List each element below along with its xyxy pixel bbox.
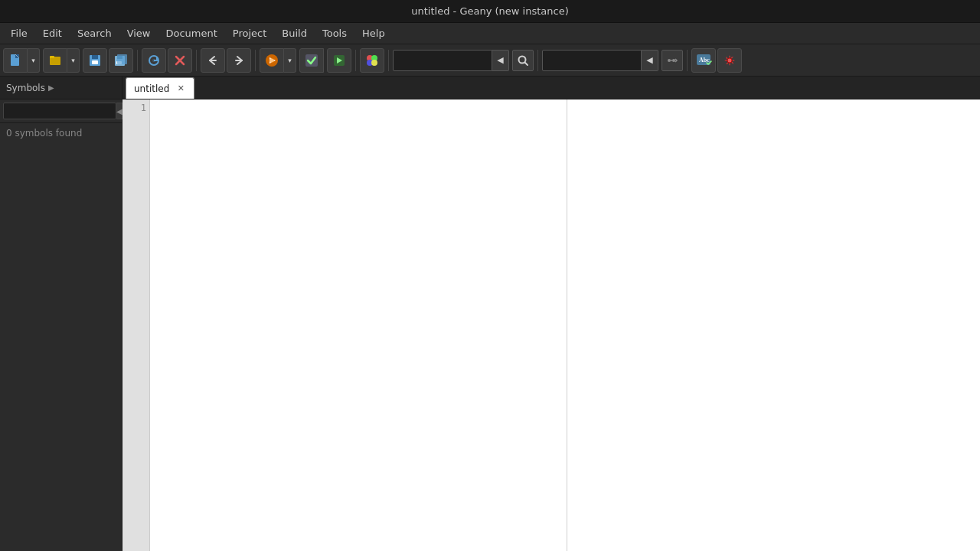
replace-options-button[interactable]	[662, 50, 683, 71]
new-file-icon	[8, 54, 22, 67]
sep-3	[255, 50, 256, 71]
menu-edit[interactable]: Edit	[35, 25, 70, 41]
sidebar: Symbols ▶ ◀ 0 symbols found	[0, 77, 122, 551]
svg-point-13	[152, 59, 155, 62]
save-all-icon	[114, 54, 128, 67]
build-group	[299, 48, 324, 73]
main-area: Symbols ▶ ◀ 0 symbols found untitled ✕ 1	[0, 77, 980, 551]
replace-clear-button[interactable]: ◀	[642, 50, 658, 71]
menu-search[interactable]: Search	[70, 25, 119, 41]
menu-document[interactable]: Document	[158, 25, 224, 41]
open-file-dropdown[interactable]: ▾	[67, 48, 80, 73]
new-file-group: ▾	[3, 48, 40, 73]
color-icon	[364, 53, 380, 68]
reload-icon	[147, 54, 161, 67]
titlebar: untitled - Geany (new instance)	[0, 0, 980, 23]
color-button[interactable]	[360, 48, 384, 73]
execute-button[interactable]	[327, 48, 351, 73]
editor-body: 1	[122, 99, 980, 551]
editor-tab-close[interactable]: ✕	[175, 83, 186, 94]
search-clear-button[interactable]: ◀	[492, 50, 509, 71]
build-icon	[304, 53, 319, 68]
sidebar-tab: Symbols ▶	[0, 77, 122, 99]
navigate-forward-button[interactable]	[227, 48, 251, 73]
sidebar-search: ◀	[0, 99, 122, 123]
sidebar-content: 0 symbols found	[0, 123, 122, 551]
editor-content	[150, 99, 980, 551]
compile-group: ▾	[260, 48, 296, 73]
compile-dropdown[interactable]: ▾	[284, 48, 296, 73]
search-input[interactable]	[393, 50, 492, 71]
svg-point-32	[727, 58, 732, 63]
editor-tab-untitled[interactable]: untitled ✕	[126, 77, 194, 99]
search-button[interactable]	[512, 50, 534, 71]
sep-5	[388, 50, 389, 71]
spell-check-icon: Abc	[695, 52, 712, 69]
line-numbers: 1	[122, 99, 150, 551]
sep-1	[137, 50, 138, 71]
open-file-group: ▾	[43, 48, 80, 73]
toolbar: ▾ ▾	[0, 44, 980, 77]
svg-point-25	[371, 60, 377, 66]
save-button[interactable]	[83, 48, 107, 73]
svg-rect-11	[117, 54, 127, 64]
replace-input[interactable]	[542, 50, 642, 71]
menu-help[interactable]: Help	[354, 25, 393, 41]
search-input-group: ◀	[393, 50, 509, 71]
editor-textarea[interactable]	[150, 99, 980, 551]
svg-point-19	[270, 58, 274, 63]
sep-6	[537, 50, 538, 71]
sep-7	[687, 50, 688, 71]
sep-4	[355, 50, 356, 71]
editor-tab-label: untitled	[134, 83, 169, 94]
new-file-dropdown[interactable]: ▾	[28, 48, 40, 73]
compile-button[interactable]	[260, 48, 284, 73]
menu-build[interactable]: Build	[274, 25, 315, 41]
svg-rect-4	[50, 56, 54, 58]
reload-button[interactable]	[142, 48, 166, 73]
editor-area: untitled ✕ 1	[122, 77, 980, 551]
preferences-button[interactable]	[717, 48, 742, 73]
menu-tools[interactable]: Tools	[315, 25, 354, 41]
navigate-back-button[interactable]	[201, 48, 225, 73]
svg-point-28	[668, 59, 671, 62]
search-icon	[517, 54, 529, 67]
sep-2	[196, 50, 197, 71]
svg-rect-6	[92, 55, 98, 59]
svg-text:Abc: Abc	[699, 57, 710, 64]
menu-view[interactable]: View	[119, 25, 158, 41]
open-file-button[interactable]	[43, 48, 67, 73]
save-icon	[88, 54, 102, 67]
close-button[interactable]	[168, 48, 192, 73]
menu-project[interactable]: Project	[225, 25, 274, 41]
tab-bar: untitled ✕	[122, 77, 980, 99]
sidebar-tab-symbols[interactable]: Symbols ▶	[0, 77, 122, 99]
navigate-forward-icon	[232, 54, 246, 67]
execute-icon	[332, 54, 346, 67]
svg-line-27	[525, 62, 528, 65]
menubar: File Edit Search View Document Project B…	[0, 23, 980, 44]
new-file-button[interactable]	[3, 48, 28, 73]
svg-rect-7	[92, 60, 98, 64]
build-button[interactable]	[299, 48, 324, 73]
save-all-button[interactable]	[109, 48, 133, 73]
sidebar-tab-symbols-label: Symbols	[6, 83, 45, 93]
open-file-icon	[48, 54, 62, 67]
no-symbols-text: 0 symbols found	[6, 128, 82, 139]
spell-check-button[interactable]: Abc	[691, 48, 716, 73]
sidebar-search-input[interactable]	[3, 103, 116, 119]
titlebar-text: untitled - Geany (new instance)	[411, 5, 568, 17]
navigate-back-icon	[206, 54, 220, 67]
replace-input-group: ◀	[542, 50, 658, 71]
sidebar-tab-arrow: ▶	[48, 83, 54, 92]
menu-file[interactable]: File	[3, 25, 35, 41]
preferences-icon	[723, 54, 737, 67]
svg-point-29	[672, 59, 675, 62]
replace-options-icon	[666, 54, 678, 67]
close-icon	[173, 54, 187, 67]
line-number-1: 1	[126, 103, 146, 113]
compile-icon	[264, 53, 279, 68]
